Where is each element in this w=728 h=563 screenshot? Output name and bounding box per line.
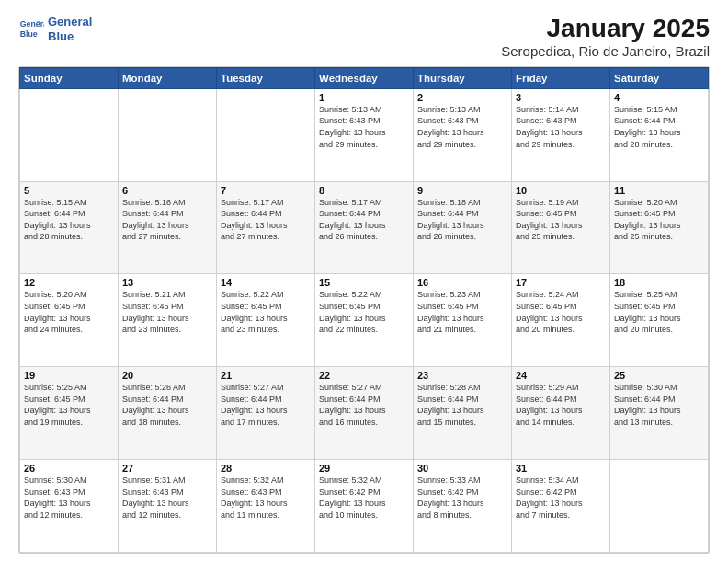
calendar-cell: 8Sunrise: 5:17 AM Sunset: 6:44 PM Daylig… [315, 181, 414, 274]
calendar-cell: 17Sunrise: 5:24 AM Sunset: 6:45 PM Dayli… [512, 274, 610, 367]
title-block: January 2025 Seropedica, Rio de Janeiro,… [501, 15, 710, 59]
day-header-tuesday: Tuesday [217, 67, 315, 88]
calendar-cell: 15Sunrise: 5:22 AM Sunset: 6:45 PM Dayli… [315, 274, 414, 367]
day-info: Sunrise: 5:27 AM Sunset: 6:44 PM Dayligh… [221, 382, 311, 428]
day-info: Sunrise: 5:15 AM Sunset: 6:44 PM Dayligh… [614, 104, 704, 150]
day-number: 11 [614, 185, 704, 196]
day-number: 27 [122, 463, 212, 474]
day-header-monday: Monday [119, 67, 217, 88]
day-info: Sunrise: 5:31 AM Sunset: 6:43 PM Dayligh… [122, 475, 212, 521]
day-number: 15 [319, 277, 409, 288]
calendar-title: January 2025 [501, 15, 710, 43]
logo-line1: General [48, 15, 92, 29]
calendar-cell: 10Sunrise: 5:19 AM Sunset: 6:45 PM Dayli… [512, 181, 610, 274]
calendar-cell: 31Sunrise: 5:34 AM Sunset: 6:42 PM Dayli… [512, 460, 610, 553]
calendar-cell: 5Sunrise: 5:15 AM Sunset: 6:44 PM Daylig… [20, 181, 119, 274]
day-info: Sunrise: 5:18 AM Sunset: 6:44 PM Dayligh… [417, 197, 507, 243]
day-info: Sunrise: 5:29 AM Sunset: 6:44 PM Dayligh… [516, 382, 606, 428]
day-info: Sunrise: 5:25 AM Sunset: 6:45 PM Dayligh… [614, 289, 704, 335]
day-info: Sunrise: 5:28 AM Sunset: 6:44 PM Dayligh… [417, 382, 507, 428]
day-number: 7 [221, 185, 311, 196]
header: General Blue General Blue January 2025 S… [18, 15, 710, 59]
day-info: Sunrise: 5:17 AM Sunset: 6:44 PM Dayligh… [319, 197, 409, 243]
svg-text:Blue: Blue [20, 29, 38, 38]
day-number: 26 [24, 463, 114, 474]
day-info: Sunrise: 5:21 AM Sunset: 6:45 PM Dayligh… [122, 289, 212, 335]
day-info: Sunrise: 5:34 AM Sunset: 6:42 PM Dayligh… [516, 475, 606, 521]
day-info: Sunrise: 5:20 AM Sunset: 6:45 PM Dayligh… [614, 197, 704, 243]
calendar-cell: 28Sunrise: 5:32 AM Sunset: 6:43 PM Dayli… [217, 460, 315, 553]
day-number: 4 [614, 92, 704, 103]
day-info: Sunrise: 5:30 AM Sunset: 6:44 PM Dayligh… [614, 382, 704, 428]
calendar-cell: 25Sunrise: 5:30 AM Sunset: 6:44 PM Dayli… [610, 367, 709, 460]
calendar-cell: 30Sunrise: 5:33 AM Sunset: 6:42 PM Dayli… [414, 460, 512, 553]
day-number: 18 [614, 277, 704, 288]
day-header-friday: Friday [512, 67, 610, 88]
day-info: Sunrise: 5:22 AM Sunset: 6:45 PM Dayligh… [221, 289, 311, 335]
day-info: Sunrise: 5:13 AM Sunset: 6:43 PM Dayligh… [319, 104, 409, 150]
day-number: 31 [516, 463, 606, 474]
week-row-3: 12Sunrise: 5:20 AM Sunset: 6:45 PM Dayli… [20, 274, 709, 367]
calendar-cell: 6Sunrise: 5:16 AM Sunset: 6:44 PM Daylig… [119, 181, 217, 274]
day-info: Sunrise: 5:24 AM Sunset: 6:45 PM Dayligh… [516, 289, 606, 335]
calendar-cell [20, 88, 119, 181]
calendar-cell: 23Sunrise: 5:28 AM Sunset: 6:44 PM Dayli… [414, 367, 512, 460]
calendar-cell: 3Sunrise: 5:14 AM Sunset: 6:43 PM Daylig… [512, 88, 610, 181]
day-info: Sunrise: 5:32 AM Sunset: 6:43 PM Dayligh… [221, 475, 311, 521]
day-info: Sunrise: 5:13 AM Sunset: 6:43 PM Dayligh… [417, 104, 507, 150]
calendar-subtitle: Seropedica, Rio de Janeiro, Brazil [501, 43, 710, 59]
day-info: Sunrise: 5:25 AM Sunset: 6:45 PM Dayligh… [24, 382, 114, 428]
calendar-cell: 21Sunrise: 5:27 AM Sunset: 6:44 PM Dayli… [217, 367, 315, 460]
calendar-cell: 9Sunrise: 5:18 AM Sunset: 6:44 PM Daylig… [414, 181, 512, 274]
calendar-cell: 1Sunrise: 5:13 AM Sunset: 6:43 PM Daylig… [315, 88, 414, 181]
day-number: 6 [122, 185, 212, 196]
day-header-saturday: Saturday [610, 67, 709, 88]
calendar-cell [217, 88, 315, 181]
day-number: 1 [319, 92, 409, 103]
calendar-cell: 22Sunrise: 5:27 AM Sunset: 6:44 PM Dayli… [315, 367, 414, 460]
day-number: 5 [24, 185, 114, 196]
calendar-cell: 14Sunrise: 5:22 AM Sunset: 6:45 PM Dayli… [217, 274, 315, 367]
svg-text:General: General [20, 19, 44, 29]
day-info: Sunrise: 5:22 AM Sunset: 6:45 PM Dayligh… [319, 289, 409, 335]
calendar-cell: 20Sunrise: 5:26 AM Sunset: 6:44 PM Dayli… [119, 367, 217, 460]
day-number: 17 [516, 277, 606, 288]
day-info: Sunrise: 5:23 AM Sunset: 6:45 PM Dayligh… [417, 289, 507, 335]
week-row-5: 26Sunrise: 5:30 AM Sunset: 6:43 PM Dayli… [20, 460, 709, 553]
day-number: 13 [122, 277, 212, 288]
day-number: 30 [417, 463, 507, 474]
calendar-table: SundayMondayTuesdayWednesdayThursdayFrid… [19, 67, 709, 553]
week-row-1: 1Sunrise: 5:13 AM Sunset: 6:43 PM Daylig… [20, 88, 709, 181]
week-row-2: 5Sunrise: 5:15 AM Sunset: 6:44 PM Daylig… [20, 181, 709, 274]
day-info: Sunrise: 5:32 AM Sunset: 6:42 PM Dayligh… [319, 475, 409, 521]
calendar-cell: 29Sunrise: 5:32 AM Sunset: 6:42 PM Dayli… [315, 460, 414, 553]
day-number: 3 [516, 92, 606, 103]
day-info: Sunrise: 5:14 AM Sunset: 6:43 PM Dayligh… [516, 104, 606, 150]
calendar-cell: 19Sunrise: 5:25 AM Sunset: 6:45 PM Dayli… [20, 367, 119, 460]
day-number: 25 [614, 370, 704, 381]
day-info: Sunrise: 5:20 AM Sunset: 6:45 PM Dayligh… [24, 289, 114, 335]
day-number: 23 [417, 370, 507, 381]
calendar-cell: 13Sunrise: 5:21 AM Sunset: 6:45 PM Dayli… [119, 274, 217, 367]
day-number: 10 [516, 185, 606, 196]
calendar-cell: 4Sunrise: 5:15 AM Sunset: 6:44 PM Daylig… [610, 88, 709, 181]
calendar-cell: 11Sunrise: 5:20 AM Sunset: 6:45 PM Dayli… [610, 181, 709, 274]
day-number: 19 [24, 370, 114, 381]
calendar-header-row: SundayMondayTuesdayWednesdayThursdayFrid… [20, 67, 709, 88]
day-number: 24 [516, 370, 606, 381]
day-info: Sunrise: 5:26 AM Sunset: 6:44 PM Dayligh… [122, 382, 212, 428]
calendar-cell: 12Sunrise: 5:20 AM Sunset: 6:45 PM Dayli… [20, 274, 119, 367]
day-number: 14 [221, 277, 311, 288]
calendar-cell: 7Sunrise: 5:17 AM Sunset: 6:44 PM Daylig… [217, 181, 315, 274]
page: General Blue General Blue January 2025 S… [0, 0, 728, 563]
day-number: 29 [319, 463, 409, 474]
day-number: 20 [122, 370, 212, 381]
calendar: SundayMondayTuesdayWednesdayThursdayFrid… [18, 66, 710, 554]
day-number: 8 [319, 185, 409, 196]
day-info: Sunrise: 5:17 AM Sunset: 6:44 PM Dayligh… [221, 197, 311, 243]
day-info: Sunrise: 5:30 AM Sunset: 6:43 PM Dayligh… [24, 475, 114, 521]
calendar-cell: 27Sunrise: 5:31 AM Sunset: 6:43 PM Dayli… [119, 460, 217, 553]
day-number: 16 [417, 277, 507, 288]
calendar-cell [610, 460, 709, 553]
logo-icon: General Blue [18, 17, 44, 42]
